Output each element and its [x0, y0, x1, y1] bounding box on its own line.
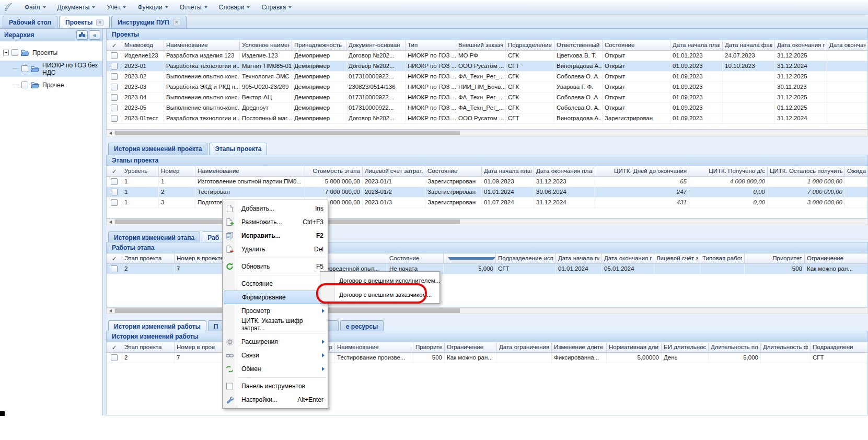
tree-checkbox[interactable] — [11, 49, 18, 56]
context-menu-item[interactable]: Добавить...Ins — [223, 202, 328, 215]
row-checkbox[interactable] — [111, 73, 118, 80]
column-header[interactable]: Уровень — [122, 166, 159, 176]
table-row[interactable]: 2023-05Выполнение опытно-конс...Дредноут… — [107, 103, 867, 113]
column-header[interactable]: Этап проекта — [122, 342, 175, 352]
table-row[interactable]: 2023-01тестРазработка технологии и...Пос… — [107, 113, 867, 124]
column-header[interactable]: Дата начала план — [482, 166, 534, 176]
column-header[interactable]: Номер в прое — [175, 342, 224, 352]
tree-expander-icon[interactable] — [3, 50, 9, 55]
column-header[interactable]: Ответственный — [554, 40, 603, 50]
checkbox-cell[interactable] — [107, 113, 122, 123]
checkbox-cell[interactable] — [107, 187, 122, 197]
context-menu-item[interactable]: Формирование — [224, 291, 327, 304]
column-header[interactable]: ЦИТК. Получено д/с — [689, 166, 768, 176]
tree-checkbox[interactable] — [21, 65, 28, 72]
column-header[interactable]: Подразделение-исполнитель. — [496, 253, 556, 263]
context-menu-item[interactable]: Состояние — [223, 277, 328, 291]
scroll-left-icon[interactable] — [107, 130, 114, 136]
column-header[interactable]: Ограничение — [445, 342, 497, 352]
checkbox-cell[interactable] — [107, 61, 122, 71]
table-row[interactable]: 12Тестирован7 000 000,002023-01/2Зарегис… — [107, 187, 867, 198]
column-header[interactable]: Дата ограничения — [497, 342, 552, 352]
scroll-left-icon[interactable] — [107, 219, 114, 225]
menubar-item[interactable]: Файл — [19, 2, 52, 13]
row-checkbox[interactable] — [111, 265, 118, 272]
column-header[interactable]: Типовая работа — [700, 253, 745, 263]
table-row[interactable]: 2023-01Разработка технологии и...Магнит … — [107, 61, 867, 72]
menubar-item[interactable]: Учёт — [101, 2, 132, 13]
context-menu-item[interactable]: Расширения — [223, 335, 328, 349]
close-tab-icon[interactable]: × — [96, 19, 103, 26]
table-row[interactable]: 2023-03Разработка ЭКД и РКД н...905-U020… — [107, 82, 867, 92]
tree-item[interactable]: Проекты — [0, 44, 102, 61]
column-header[interactable]: Мнемокод — [122, 40, 164, 50]
column-header[interactable]: ЦИТК. Осталось получить д/с — [768, 166, 845, 176]
column-header[interactable]: Дата начала план. — [670, 40, 723, 50]
submenu-item[interactable]: Договор с внешним заказчиком... — [320, 287, 439, 302]
column-header[interactable]: ЕИ длительности — [662, 342, 709, 352]
select-all-header[interactable]: ✓ — [107, 253, 122, 263]
horizontal-scrollbar[interactable] — [106, 307, 868, 314]
column-header[interactable]: Подразделени — [811, 342, 868, 352]
scrollbar-thumb[interactable] — [115, 131, 460, 135]
binoculars-icon[interactable] — [76, 30, 88, 40]
column-header[interactable]: Приоритет — [413, 342, 445, 352]
column-header[interactable]: Номер — [159, 166, 195, 176]
context-menu-item[interactable]: УдалитьDel — [223, 242, 328, 256]
tab-0[interactable]: История изменений проекта — [108, 143, 207, 155]
context-menu-item[interactable]: Панель инструментов — [223, 379, 328, 393]
column-header[interactable]: Этап проекта — [122, 253, 175, 263]
column-header[interactable]: ЦИТК. Дней до окончания — [595, 166, 689, 176]
context-menu-item[interactable]: Просмотр — [223, 304, 328, 318]
menubar-item[interactable]: Документы — [52, 2, 101, 13]
menubar-item[interactable]: Отчёты — [174, 2, 213, 13]
context-menu-item[interactable]: ЦИТК. Указать шифр затрат... — [223, 318, 328, 331]
checkbox-cell[interactable] — [107, 177, 122, 187]
context-menu-item[interactable]: Исправить...F2 — [223, 229, 328, 242]
main-tab-1[interactable]: Проекты× — [59, 16, 110, 28]
submenu-item[interactable]: Договор с внешним исполнителем... — [320, 273, 439, 287]
table-row[interactable]: 13Подготовк3 000 000,002023-01/3Зарегист… — [107, 198, 867, 208]
close-tab-icon[interactable]: × — [173, 19, 180, 26]
row-checkbox[interactable] — [111, 115, 118, 122]
context-menu-item[interactable]: Связи — [223, 349, 328, 362]
horizontal-scrollbar[interactable] — [106, 130, 868, 136]
row-checkbox[interactable] — [111, 178, 118, 185]
main-tab-2[interactable]: Инструкции ПУП× — [111, 16, 186, 28]
column-header[interactable]: Принадлежность — [292, 40, 346, 50]
column-header[interactable]: Длительность пла — [709, 342, 761, 352]
collapse-panel-icon[interactable]: « — [89, 30, 100, 40]
menubar-item[interactable]: Словари — [213, 2, 256, 13]
row-checkbox[interactable] — [111, 84, 118, 90]
column-header[interactable]: Дата окончания план — [534, 166, 595, 176]
menubar-item[interactable]: Функции — [132, 2, 173, 13]
column-header[interactable]: Дата начала факт. — [723, 40, 775, 50]
column-header[interactable]: Изменение длите — [552, 342, 607, 352]
context-menu-item[interactable]: Размножить...Ctrl+F3 — [223, 215, 328, 229]
column-header[interactable]: Состояние — [387, 253, 444, 263]
column-header[interactable]: Дата окончания план — [602, 253, 654, 263]
column-header[interactable]: Наименование — [164, 40, 240, 50]
select-all-header[interactable]: ✓ — [107, 40, 122, 50]
checkbox-cell[interactable] — [107, 51, 122, 61]
checkbox-cell[interactable] — [107, 353, 122, 363]
column-header[interactable]: Ограничение — [805, 253, 868, 263]
column-header[interactable]: Дата окончания пл — [775, 40, 827, 50]
row-checkbox[interactable] — [111, 52, 118, 59]
menubar-item[interactable]: Справка — [256, 2, 297, 13]
row-checkbox[interactable] — [111, 189, 118, 195]
column-header[interactable]: Условное наименова — [240, 40, 292, 50]
checkbox-cell[interactable] — [107, 72, 122, 82]
column-header[interactable]: Внешний заказчик — [456, 40, 506, 50]
tree-checkbox[interactable] — [21, 82, 28, 88]
select-all-header[interactable]: ✓ — [107, 342, 122, 352]
context-menu-item[interactable]: Обмен — [223, 362, 328, 376]
row-checkbox[interactable] — [111, 105, 118, 111]
column-header[interactable]: Дата окончани — [827, 40, 868, 50]
column-header[interactable]: Состояние — [603, 40, 670, 50]
row-checkbox[interactable] — [111, 94, 118, 101]
row-checkbox[interactable] — [111, 199, 118, 206]
checkbox-cell[interactable] — [107, 82, 122, 92]
scroll-left-icon[interactable] — [107, 308, 114, 314]
column-header[interactable]: Тип — [406, 40, 456, 50]
